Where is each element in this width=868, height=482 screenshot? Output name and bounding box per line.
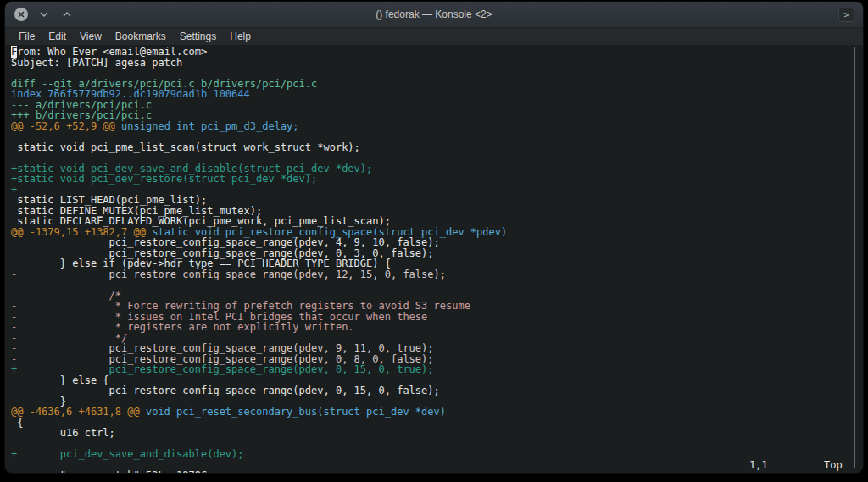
terminal-line: +static void pci_dev_restore(struct pci_… (11, 174, 863, 185)
konsole-app-icon: > (838, 8, 854, 22)
menu-view[interactable]: View (73, 29, 108, 44)
close-icon (14, 7, 29, 22)
titlebar[interactable]: () fedorak — Konsole <2> > (5, 2, 863, 28)
vim-buffer: From: Who Ever <email@email.com>Subject:… (11, 47, 863, 460)
scrollbar[interactable] (854, 47, 855, 468)
menu-settings[interactable]: Settings (173, 29, 223, 44)
window-title: () fedorak — Konsole <2> (5, 8, 863, 20)
menu-bookmarks[interactable]: Bookmarks (108, 29, 173, 44)
terminal-line: { (11, 418, 863, 429)
terminal-line: + pci_restore_config_space_range(pdev, 0… (11, 364, 863, 375)
close-button[interactable] (14, 7, 29, 22)
terminal-line: - pci_restore_config_space_range(pdev, 1… (11, 269, 863, 280)
terminal-line: + pci_dev_save_and_disable(dev); (11, 449, 863, 460)
scroll-indicator: Top (824, 460, 843, 471)
terminal-line: @@ -52,6 +52,9 @@ unsigned int pci_pm_d3… (11, 121, 863, 132)
cursor-position: 1,1 (749, 460, 768, 471)
menubar: FileEditViewBookmarksSettingsHelp (5, 28, 863, 45)
chevron-down-icon (37, 8, 51, 21)
terminal-line: @@ -4636,6 +4631,8 @@ void pci_reset_sec… (11, 407, 863, 418)
terminal-screen[interactable]: From: Who Ever <email@email.com>Subject:… (5, 45, 863, 473)
terminal-line: u16 ctrl; (11, 428, 863, 439)
terminal-line: Subject: [PATCH] agesa patch (11, 58, 863, 69)
menu-edit[interactable]: Edit (42, 29, 73, 44)
terminal-line: - (11, 280, 863, 291)
menu-file[interactable]: File (12, 29, 42, 44)
file-info: "agesa.patch" 52L, 1879C (60, 469, 207, 473)
vim-statusline: "agesa.patch" 52L, 1879C1,1Top (11, 460, 863, 471)
konsole-window: () fedorak — Konsole <2> > FileEditViewB… (5, 2, 863, 473)
desktop-background: () fedorak — Konsole <2> > FileEditViewB… (0, 0, 868, 482)
window-buttons (14, 7, 75, 22)
terminal-prompt-icon: > (843, 10, 849, 19)
minimize-button[interactable] (36, 7, 52, 22)
menu-help[interactable]: Help (223, 29, 258, 44)
terminal-line: - * registers are not explicitly written… (11, 322, 863, 333)
terminal-line: pci_restore_config_space_range(pdev, 0, … (11, 385, 863, 396)
terminal-line: static void pci_pme_list_scan(struct wor… (11, 142, 863, 153)
chevron-up-icon (60, 8, 74, 21)
maximize-button[interactable] (59, 7, 75, 22)
